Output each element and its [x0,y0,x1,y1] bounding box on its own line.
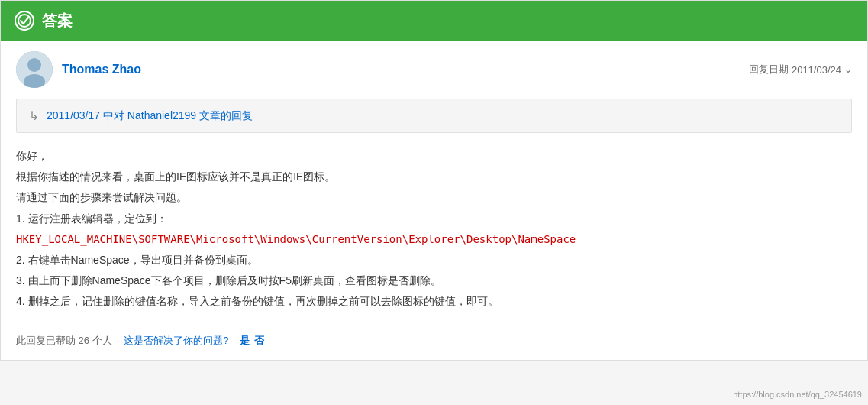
quote-arrow-icon: ↳ [29,109,39,123]
watermark: https://blog.csdn.net/qq_32454619 [733,390,862,399]
content-step4: 4. 删掉之后，记住删除的键值名称，导入之前备份的键值，再次删掉之前可以去除图标… [16,292,852,311]
reply-date: 回复日期 2011/03/24 ⌄ [749,63,852,76]
svg-point-2 [27,58,41,72]
yes-button[interactable]: 是 [240,334,250,348]
user-row: Thomas Zhao 回复日期 2011/03/24 ⌄ [16,51,852,88]
quote-link[interactable]: 2011/03/17 中对 Nathaniel2199 文章的回复 [47,109,253,123]
no-button[interactable]: 否 [254,334,264,348]
chevron-down-icon[interactable]: ⌄ [844,64,852,75]
avatar [16,51,53,88]
content-line3: 请通过下面的步骤来尝试解决问题。 [16,188,852,207]
footer-bar: 此回复已帮助 26 个人 · 这是否解决了你的问题? 是 否 [16,326,852,352]
content-line1: 你好， [16,147,852,166]
content-step1-prefix: 1. 运行注册表编辑器，定位到： [16,209,852,228]
answer-body: Thomas Zhao 回复日期 2011/03/24 ⌄ ↳ 2011/03/… [1,40,867,360]
footer-dot: · [117,335,120,346]
content-step2: 2. 右键单击NameSpace，导出项目并备份到桌面。 [16,251,852,270]
user-left: Thomas Zhao [16,51,141,88]
reply-date-value: 2011/03/24 [792,64,841,76]
avatar-image [16,51,53,88]
help-count: 此回复已帮助 26 个人 [16,334,112,348]
answer-title: 答案 [42,11,73,31]
content-area: 你好， 根据你描述的情况来看，桌面上的IE图标应该并不是真正的IE图标。 请通过… [16,147,852,312]
check-icon [15,11,34,31]
answer-container: 答案 Thomas Zhao 回复日期 2011 [0,0,868,361]
content-step3: 3. 由上而下删除NameSpace下各个项目，删除后及时按F5刷新桌面，查看图… [16,271,852,290]
username[interactable]: Thomas Zhao [62,63,141,76]
content-step1-path: HKEY_LOCAL_MACHINE\SOFTWARE\Microsoft\Wi… [16,230,852,249]
reply-date-label: 回复日期 [749,63,789,76]
footer-question[interactable]: 这是否解决了你的问题? [124,334,228,348]
content-line2: 根据你描述的情况来看，桌面上的IE图标应该并不是真正的IE图标。 [16,167,852,186]
quote-block: ↳ 2011/03/17 中对 Nathaniel2199 文章的回复 [16,99,852,133]
answer-header: 答案 [1,1,867,40]
